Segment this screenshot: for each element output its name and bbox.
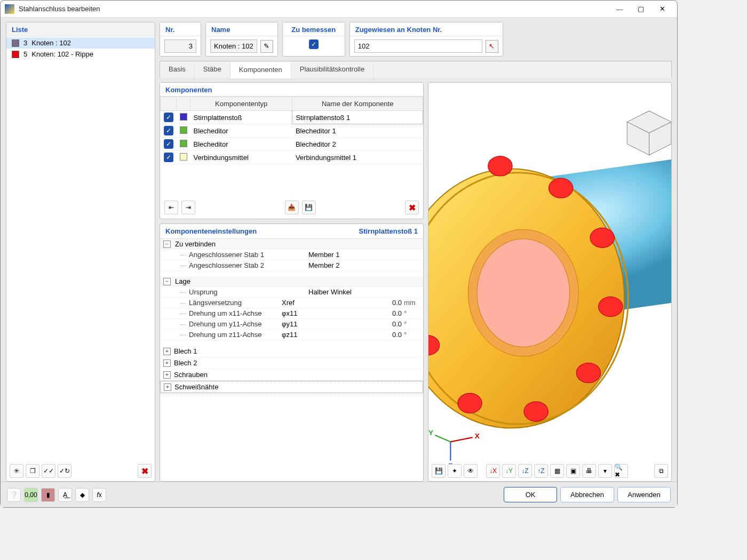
svg-line-16 xyxy=(450,437,472,442)
units-button[interactable]: 0,00 xyxy=(24,488,38,502)
list-item[interactable]: 5 Knoten: 102 - Rippe xyxy=(6,49,155,60)
help-button[interactable]: ❔ xyxy=(7,488,21,502)
delete-entry-button[interactable]: ✖ xyxy=(138,464,152,478)
pick-node-button[interactable]: ↖ xyxy=(486,40,498,53)
prop-symbol: φy11 xyxy=(282,320,308,328)
group-lage[interactable]: − Lage xyxy=(160,276,423,287)
property-row[interactable]: Längsversetzung Xref 0.0 mm xyxy=(160,298,423,308)
property-row[interactable]: Ursprung Halber Winkel xyxy=(160,287,423,298)
settings-header: Komponenteneinstellungen xyxy=(165,227,257,235)
expand-viewer-button[interactable]: ⧉ xyxy=(654,464,668,478)
group-title: Blech 2 xyxy=(174,359,197,367)
delete-component-button[interactable]: ✖ xyxy=(405,201,419,214)
expand-icon[interactable]: + xyxy=(163,359,171,367)
copy-entry-button[interactable]: ❐ xyxy=(26,464,39,478)
wireframe-button[interactable]: ▣ xyxy=(566,464,580,478)
name-input[interactable]: Knoten : 102 xyxy=(210,39,257,53)
iso-view-button[interactable]: ▦ xyxy=(550,464,564,478)
property-row[interactable]: Drehung um z11-Achse φz11 0.0 ° xyxy=(160,330,423,340)
cancel-button[interactable]: Abbrechen xyxy=(560,487,614,502)
prop-symbol: φx11 xyxy=(282,309,308,317)
collapse-icon[interactable]: − xyxy=(163,241,171,248)
row-checkbox[interactable]: ✓ xyxy=(164,139,173,149)
edit-name-button[interactable]: ✎ xyxy=(260,40,273,53)
row-name: Verbindungsmittel 1 xyxy=(292,151,423,164)
fx-button[interactable]: fx xyxy=(92,488,106,502)
list-item-label: Knoten: 102 - Rippe xyxy=(31,50,93,58)
refresh-check-button[interactable]: ✓↻ xyxy=(58,464,71,478)
prop-symbol: Xref xyxy=(282,299,308,307)
maximize-button[interactable]: ▢ xyxy=(630,2,651,17)
color-swatch xyxy=(12,39,19,47)
color-button[interactable]: ▮ xyxy=(41,488,55,502)
apply-button[interactable]: Anwenden xyxy=(617,487,671,502)
font-button[interactable]: A͟ xyxy=(58,488,72,502)
bemessen-checkbox[interactable]: ✓ xyxy=(309,39,319,49)
group-title: Schrauben xyxy=(174,371,208,379)
minimize-button[interactable]: — xyxy=(609,2,630,17)
row-checkbox[interactable]: ✓ xyxy=(164,126,173,135)
layer-button[interactable]: ◆ xyxy=(75,488,89,502)
component-row[interactable]: ✓ Verbindungsmittel Verbindungsmittel 1 xyxy=(161,151,423,164)
expand-icon[interactable]: + xyxy=(163,348,171,355)
show-button[interactable]: 👁 xyxy=(464,464,478,478)
prop-label: Längsversetzung xyxy=(175,299,282,307)
list-panel: Liste 3 Knoten : 102 5 Knoten: 102 - Rip… xyxy=(6,22,155,482)
close-button[interactable]: ✕ xyxy=(651,2,673,17)
import-button[interactable]: 📥 xyxy=(285,201,299,214)
save-view-button[interactable]: 💾 xyxy=(432,464,446,478)
tab-basis[interactable]: Basis xyxy=(160,61,195,78)
view-y-button[interactable]: ↓Y xyxy=(502,464,516,478)
component-row[interactable]: ✓ Blecheditor Blecheditor 2 xyxy=(161,138,423,151)
view-neg-z-button[interactable]: ↑Z xyxy=(534,464,548,478)
expand-icon[interactable]: + xyxy=(164,383,171,391)
view-z-button[interactable]: ↓Z xyxy=(518,464,532,478)
ok-button[interactable]: OK xyxy=(504,487,557,502)
prop-value: 0.0 xyxy=(308,299,404,307)
tab-staebe[interactable]: Stäbe xyxy=(195,61,231,78)
check-all-button[interactable]: ✓✓ xyxy=(42,464,55,478)
nr-input[interactable]: 3 xyxy=(164,39,196,53)
row-checkbox[interactable]: ✓ xyxy=(164,153,173,162)
view-x-button[interactable]: ↓X xyxy=(486,464,500,478)
expand-icon[interactable]: + xyxy=(163,371,171,379)
group-zu-verbinden[interactable]: − Zu verbinden xyxy=(160,239,423,250)
svg-point-10 xyxy=(458,393,482,413)
tab-plausibility[interactable]: Plausibilitätskontrolle xyxy=(291,61,374,78)
group-blech1[interactable]: + Blech 1 xyxy=(160,346,423,357)
print-drop-button[interactable]: ▾ xyxy=(598,464,612,478)
property-row[interactable]: Angeschlossener Stab 1 Member 1 xyxy=(160,250,423,260)
assigned-node-input[interactable]: 102 xyxy=(354,39,482,53)
prop-symbol: φz11 xyxy=(282,331,308,339)
row-checkbox[interactable]: ✓ xyxy=(164,113,173,122)
group-blech2[interactable]: + Blech 2 xyxy=(160,357,423,369)
flange-render: X Y Z xyxy=(428,83,671,481)
axes-button[interactable]: ✦ xyxy=(448,464,462,478)
move-left-button[interactable]: ⇤ xyxy=(164,201,178,214)
move-right-button[interactable]: ⇥ xyxy=(181,201,195,214)
component-row[interactable]: ✓ Blecheditor Blecheditor 1 xyxy=(161,124,423,138)
group-schrauben[interactable]: + Schrauben xyxy=(160,369,423,381)
prop-label: Drehung um y11-Achse xyxy=(175,320,282,328)
3d-viewer[interactable]: X Y Z 💾 ✦ 👁 ↓X ↓Y ↓Z ↑Z ▦ xyxy=(428,82,672,482)
new-entry-button[interactable]: ✳ xyxy=(10,464,23,478)
tab-komponenten[interactable]: Komponenten xyxy=(231,62,291,78)
list-item[interactable]: 3 Knoten : 102 xyxy=(6,37,155,49)
print-button[interactable]: 🖶 xyxy=(582,464,596,478)
list-toolbar: ✳ ❐ ✓✓ ✓↻ ✖ xyxy=(6,461,155,481)
group-schweissnaehte[interactable]: + Schweißnähte xyxy=(160,381,423,393)
settings-panel: Komponenteneinstellungen Stirnplattensto… xyxy=(160,223,424,482)
save-button[interactable]: 💾 xyxy=(302,201,316,214)
prop-value: 0.0 xyxy=(308,309,404,317)
prop-unit: ° xyxy=(404,309,420,317)
color-swatch xyxy=(12,51,19,58)
prop-value: 0.0 xyxy=(308,320,404,328)
prop-label: Angeschlossener Stab 2 xyxy=(175,261,282,269)
property-row[interactable]: Drehung um x11-Achse φx11 0.0 ° xyxy=(160,308,423,319)
collapse-icon[interactable]: − xyxy=(163,278,171,285)
property-row[interactable]: Drehung um y11-Achse φy11 0.0 ° xyxy=(160,319,423,330)
component-row[interactable]: ✓ Stirnplattenstoß Stirnplattenstoß 1 xyxy=(161,111,423,124)
zoom-reset-button[interactable]: 🔍✖ xyxy=(614,464,628,478)
property-row[interactable]: Angeschlossener Stab 2 Member 2 xyxy=(160,260,423,271)
svg-point-6 xyxy=(590,228,615,247)
